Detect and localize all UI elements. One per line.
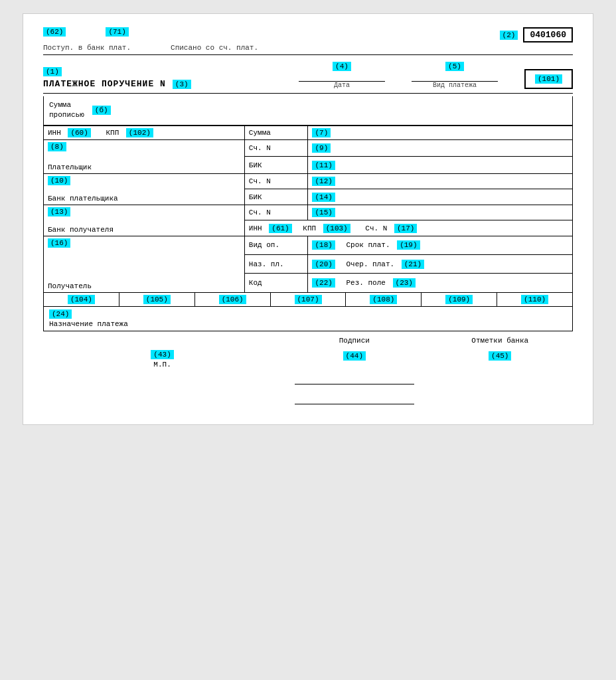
doc-number: 0401060 <box>523 27 573 42</box>
platelshchik-label: Плательщик <box>48 163 92 171</box>
field-11: (11) <box>312 161 335 170</box>
inn-row: ИНН (60) КПП (102) Сумма (7) <box>44 126 573 139</box>
field-14: (14) <box>312 193 335 202</box>
bik-lbl-2: БИК <box>244 189 308 205</box>
field-110: (110) <box>521 295 548 304</box>
top-right: (2) 0401060 <box>500 27 573 42</box>
vid-op-lbl: Вид оп. <box>244 236 308 254</box>
bc-106: (106) <box>195 293 271 306</box>
field-2: (2) <box>500 31 518 40</box>
sig-middle: Подписи (44) <box>281 337 427 404</box>
f10-bank-cell: (10) Банк плательщика <box>44 173 245 205</box>
field-45: (45) <box>489 351 511 361</box>
field-15-cell: (15) <box>308 205 573 220</box>
f16-poluchatel-cell: (16) Получатель <box>44 236 245 292</box>
field-62: (62) <box>43 27 66 37</box>
field-60: (60) <box>68 128 90 137</box>
field-105: (105) <box>143 295 171 304</box>
bank-poluchatelya-label: Банк получателя <box>48 226 114 234</box>
kpp-lbl-2: КПП <box>303 224 316 232</box>
sch-n-lbl-1: Сч. N <box>244 139 308 157</box>
f13-row: (13) Банк получателя Сч. N (15) <box>44 205 573 220</box>
field-11-cell: (11) <box>308 157 573 174</box>
f13-bank-cell: (13) Банк получателя <box>44 205 245 236</box>
field-21: (21) <box>402 260 424 269</box>
field-7-cell: (7) <box>308 126 573 139</box>
field-1: (1) <box>43 67 62 76</box>
field-13: (13) <box>48 207 70 216</box>
field-109: (109) <box>445 295 473 304</box>
field-6: (б) <box>92 106 111 115</box>
kod-fields: (22) Рез. поле (23) <box>308 274 573 292</box>
kod-lbl: Код <box>244 274 308 292</box>
sch-n-lbl-3: Сч. N <box>244 205 308 220</box>
data-label: Дата <box>334 82 350 89</box>
field-107: (107) <box>295 295 322 304</box>
vid-op-fields: (18) Срок плат. (19) <box>308 236 573 254</box>
top-left: (62) (71) <box>43 27 129 37</box>
inn-kpp-cell: ИНН (60) КПП (102) <box>44 126 245 139</box>
field-7: (7) <box>312 128 331 137</box>
field-5: (5) <box>445 62 464 71</box>
summa-propisyu-section: Сумма прописью (б) <box>43 96 573 126</box>
field-108: (108) <box>370 295 397 304</box>
field-3: (3) <box>173 80 191 89</box>
sig-right: Отметки банка (45) <box>427 337 573 404</box>
field-103: (103) <box>323 224 350 233</box>
top-row: (62) (71) (2) 0401060 <box>43 27 573 42</box>
sig-line-1 <box>295 371 414 384</box>
postup-label: Поступ. в банк плат. <box>43 44 131 52</box>
bc-109: (109) <box>422 293 497 306</box>
inn-label: ИНН <box>48 129 61 137</box>
field-43: (43) <box>151 350 173 359</box>
bik-lbl-1: БИК <box>244 157 308 174</box>
f8-row: (8) Плательщик Сч. N (9) <box>44 139 573 157</box>
rez-pole-lbl: Рез. поле <box>346 279 386 287</box>
field-12-cell: (12) <box>308 173 573 189</box>
f16-poluchatel-row: (16) Получатель Вид оп. (18) Срок плат. … <box>44 236 573 254</box>
vid-platezha-field: (5) Вид платежа <box>412 62 498 89</box>
sig-left: (43) М.П. <box>43 337 281 404</box>
field-9-cell: (9) <box>308 139 573 157</box>
field-44: (44) <box>343 351 366 361</box>
field-15: (15) <box>312 208 335 217</box>
field-101: (101) <box>535 74 562 84</box>
field-61: (61) <box>269 224 291 233</box>
field-20: (20) <box>312 260 335 269</box>
field-71: (71) <box>106 27 128 37</box>
inn-lbl-2: ИНН <box>249 224 262 232</box>
label-row: Поступ. в банк плат. Списано со сч. плат… <box>43 44 573 55</box>
field-9: (9) <box>312 143 331 153</box>
summa-lbl-cell: Сумма <box>244 126 308 139</box>
field-17: (17) <box>394 224 417 233</box>
bank-platelshchika-label: Банк плательщика <box>48 195 118 203</box>
field-104: (104) <box>68 295 95 304</box>
bc-107: (107) <box>271 293 346 306</box>
srok-plat-lbl: Срок плат. <box>346 241 390 249</box>
field-16: (16) <box>48 238 70 248</box>
field-102: (102) <box>126 128 153 137</box>
bottom-codes: (104) (105) (106) (107) (108) (109) (110… <box>43 293 573 307</box>
otmetki-label: Отметки банка <box>471 337 528 345</box>
field-18: (18) <box>312 240 335 250</box>
field-23: (23) <box>393 278 416 288</box>
kpp-label: КПП <box>106 129 119 137</box>
title-area: (1) ПЛАТЕЖНОЕ ПОРУЧЕНИЕ N (3) <box>43 67 191 89</box>
naz-pl-fields: (20) Очер. плат. (21) <box>308 255 573 274</box>
f8-platelshchik-cell: (8) Плательщик <box>44 139 245 173</box>
field-106: (106) <box>219 295 246 304</box>
naznachenie-label: Назначение платежа <box>49 320 567 328</box>
inn61-kpp103-cell: ИНН (61) КПП (103) Сч. N (17) <box>244 220 572 236</box>
field-101-box: (101) <box>524 69 573 89</box>
field-4: (4) <box>333 62 351 71</box>
bc-105: (105) <box>119 293 195 306</box>
field-14-cell: (14) <box>308 189 573 205</box>
date-field: (4) Дата <box>299 62 385 89</box>
mp-label: М.П. <box>153 361 171 369</box>
spisano-label: Списано со сч. плат. <box>171 44 258 52</box>
signatures-section: (43) М.П. Подписи (44) Отметки банка (45… <box>43 337 573 404</box>
field-12: (12) <box>312 177 335 186</box>
naznachenie-section: (24) Назначение платежа <box>43 307 573 331</box>
poluchatel-label: Получатель <box>48 282 92 290</box>
main-table: ИНН (60) КПП (102) Сумма (7) (8) Платель… <box>43 126 573 293</box>
